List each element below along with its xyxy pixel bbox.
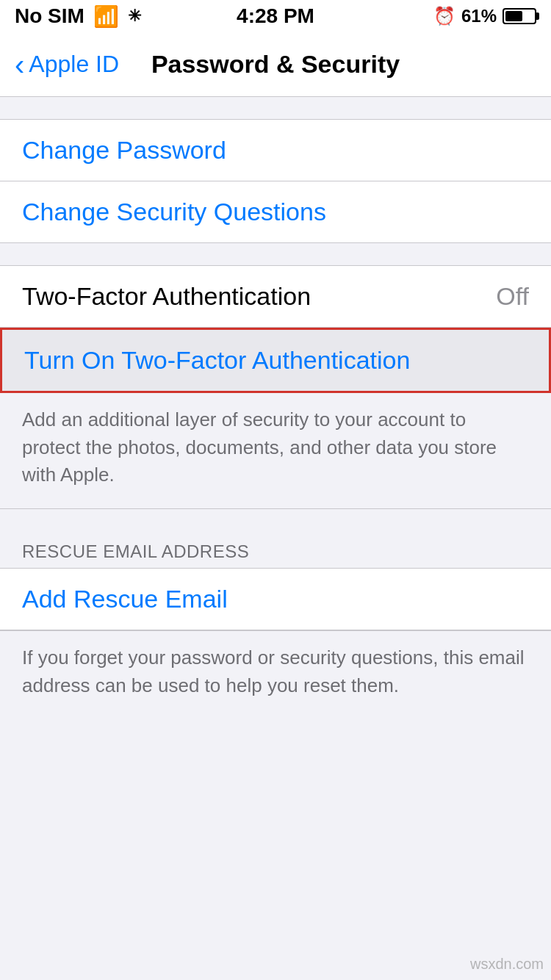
tfa-label: Two-Factor Authentication: [22, 282, 311, 311]
battery-percent: 61%: [461, 6, 497, 26]
carrier-label: No SIM: [15, 4, 84, 28]
change-password-row[interactable]: Change Password: [0, 120, 551, 181]
tfa-description: Add an additional layer of security to y…: [0, 393, 551, 509]
rescue-email-description: If you forget your password or security …: [0, 631, 551, 718]
alarm-icon: ⏰: [433, 6, 455, 26]
status-right: ⏰ 61%: [433, 6, 536, 26]
tfa-value: Off: [496, 282, 529, 311]
nav-bar: ‹ Apple ID Password & Security: [0, 32, 551, 97]
wifi-icon: 📶: [93, 4, 119, 29]
watermark: wsxdn.com: [470, 956, 544, 973]
status-time: 4:28 PM: [237, 4, 314, 28]
rescue-email-section: RESCUE EMAIL ADDRESS Add Rescue Email If…: [0, 531, 551, 718]
loading-icon: ✳: [128, 7, 141, 26]
page-title: Password & Security: [151, 50, 400, 79]
turn-on-tfa-row[interactable]: Turn On Two-Factor Authentication: [0, 328, 551, 393]
change-security-questions-label[interactable]: Change Security Questions: [22, 198, 326, 226]
tfa-group: Two-Factor Authentication Off Turn On Tw…: [0, 265, 551, 509]
turn-on-tfa-label[interactable]: Turn On Two-Factor Authentication: [24, 346, 410, 375]
password-section-group: Change Password Change Security Question…: [0, 119, 551, 243]
tfa-header-row: Two-Factor Authentication Off: [0, 265, 551, 328]
back-chevron-icon: ‹: [15, 50, 24, 79]
back-label[interactable]: Apple ID: [29, 51, 119, 78]
status-bar: No SIM 📶 ✳ 4:28 PM ⏰ 61%: [0, 0, 551, 32]
content-area: Change Password Change Security Question…: [0, 97, 551, 718]
add-rescue-email-row[interactable]: Add Rescue Email: [0, 569, 551, 630]
rescue-group: Add Rescue Email: [0, 568, 551, 631]
battery-icon: [503, 8, 536, 24]
rescue-email-header: RESCUE EMAIL ADDRESS: [0, 531, 551, 568]
change-security-questions-row[interactable]: Change Security Questions: [0, 181, 551, 242]
change-password-label[interactable]: Change Password: [22, 136, 226, 165]
back-button[interactable]: ‹ Apple ID: [15, 50, 119, 79]
add-rescue-email-label[interactable]: Add Rescue Email: [22, 585, 228, 613]
status-left: No SIM 📶 ✳: [15, 4, 141, 29]
